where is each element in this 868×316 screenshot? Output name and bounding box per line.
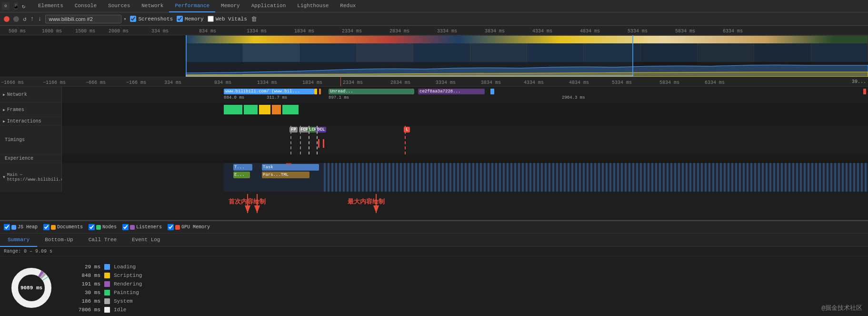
main-expand-arrow[interactable]: ▼: [3, 175, 5, 179]
tab-lighthouse[interactable]: Lighthouse: [291, 0, 334, 12]
dropdown-icon[interactable]: ▾: [123, 16, 126, 22]
overview-area[interactable]: [0, 35, 868, 77]
tab-performance[interactable]: Performance: [169, 0, 215, 12]
flame-parsHTML[interactable]: Pars...TML: [262, 172, 309, 178]
frame-bar-1: [224, 105, 243, 114]
ruler-label-2834: 2834 ms: [389, 29, 409, 34]
drule-5834: 5834 ms: [659, 80, 679, 85]
interactions-track-row: ▶ Interactions: [0, 117, 868, 126]
donut-center-label: 9089 ms: [20, 285, 42, 291]
ruler-label-1834: 1834 ms: [294, 29, 314, 34]
memory-checkbox[interactable]: Memory: [177, 16, 204, 22]
drule-1834: 1834 ms: [302, 80, 322, 85]
screenshots-checkbox[interactable]: Screenshots: [130, 16, 173, 22]
timings-track-row: Timings FP FCP LCP DCL L: [0, 126, 868, 154]
drule-4334: 4334 ms: [524, 80, 544, 85]
frames-track-label[interactable]: ▶ Frames: [0, 103, 62, 117]
drule-2834: 2834 ms: [390, 80, 410, 85]
frames-expand-arrow[interactable]: ▶: [3, 108, 5, 112]
flame-task[interactable]: Task: [262, 164, 319, 171]
frame-bar-5: [282, 105, 299, 114]
network-track-label[interactable]: ▶ Network: [0, 87, 62, 102]
documents-dot: [51, 225, 56, 230]
devtools-logo-icon: ⚙: [2, 2, 10, 10]
tab-call-tree[interactable]: Call Tree: [81, 234, 124, 247]
timings-track-content[interactable]: FP FCP LCP DCL L: [62, 126, 868, 154]
network-bar-end: [863, 89, 866, 94]
clear-button[interactable]: ↺: [23, 15, 27, 23]
network-time3: 897.1 ms: [329, 95, 349, 100]
documents-checkbox[interactable]: Documents: [43, 224, 83, 230]
url-selector[interactable]: ▾: [45, 15, 126, 23]
gpumem-checkbox[interactable]: GPU Memory: [168, 224, 210, 230]
network-track-content[interactable]: www.bilibili.com/ (www.bil... Unread... …: [62, 87, 868, 103]
mobile-icon[interactable]: 📱: [12, 3, 19, 10]
listeners-dot: [130, 225, 135, 230]
upload-button[interactable]: ↑: [30, 15, 34, 22]
ruler-label-5834: 5834 ms: [675, 29, 695, 34]
nodes-checkbox[interactable]: Nodes: [89, 224, 117, 230]
jsheap-dot: [11, 225, 16, 230]
tab-application[interactable]: Application: [246, 0, 292, 12]
svg-rect-2: [324, 163, 868, 192]
drule-5334: 5334 ms: [612, 80, 632, 85]
flame-E[interactable]: E...: [233, 172, 250, 178]
tab-network[interactable]: Network: [136, 0, 169, 12]
listeners-checkbox[interactable]: Listeners: [122, 224, 162, 230]
selection-region[interactable]: [186, 35, 633, 77]
trash-button[interactable]: 🗑: [251, 15, 257, 22]
timing-bar-2: [323, 139, 324, 148]
reload-button[interactable]: [13, 16, 19, 22]
url-input[interactable]: [45, 15, 121, 23]
legend-idle: 7806 ms Idle: [74, 307, 142, 313]
loading-color: [104, 264, 110, 270]
frame-bar-4: [272, 105, 281, 114]
tab-summary[interactable]: Summary: [0, 234, 37, 247]
interactions-track-label[interactable]: ▶ Interactions: [0, 117, 62, 125]
flame-T[interactable]: T...: [233, 164, 252, 171]
tab-sources[interactable]: Sources: [102, 0, 136, 12]
tab-event-log[interactable]: Event Log: [124, 234, 168, 247]
l-line: [405, 126, 406, 154]
webvitals-checkbox[interactable]: Web Vitals: [208, 16, 247, 22]
donut-chart: 9089 ms: [8, 264, 55, 312]
tab-redux[interactable]: Redux: [334, 0, 361, 12]
jsheap-checkbox[interactable]: JS Heap: [4, 224, 38, 230]
frame-bar-3: [259, 105, 271, 114]
tab-memory[interactable]: Memory: [215, 0, 246, 12]
performance-toolbar: ↺ ↑ ↓ ▾ Screenshots Memory Web Vitals 🗑: [0, 12, 868, 26]
experience-track-content[interactable]: [62, 154, 868, 163]
timings-track-label[interactable]: Timings: [0, 126, 62, 154]
scroll-thumb[interactable]: [186, 75, 633, 77]
experience-track-label[interactable]: Experience: [0, 154, 62, 163]
ruler-label-4834: 4834 ms: [580, 29, 600, 34]
ruler-label-334: 334 ms: [151, 29, 169, 34]
tab-console[interactable]: Console: [69, 0, 102, 12]
interactions-expand-arrow[interactable]: ▶: [3, 119, 5, 123]
download-button[interactable]: ↓: [38, 15, 42, 22]
rendering-color: [104, 281, 110, 287]
interactions-track-content[interactable]: [62, 117, 868, 126]
record-button[interactable]: [4, 16, 10, 22]
ruler-label-6334: 6334 ms: [723, 29, 743, 34]
main-track-content[interactable]: T... E... Task Pars...TML 首次绘制: [62, 163, 868, 192]
cursor-icon[interactable]: ↻: [22, 3, 29, 10]
annotation-fcp-label: 首次内容绘制: [229, 197, 266, 206]
drule-n1666: −1666 ms: [1, 80, 24, 85]
tab-elements[interactable]: Elements: [32, 0, 69, 12]
nodes-dot: [96, 225, 101, 230]
legend-painting: 30 ms Painting: [74, 290, 142, 296]
ruler-label-4334: 4334 ms: [532, 29, 552, 34]
bottom-tabs-bar: Summary Bottom-Up Call Tree Event Log: [0, 234, 868, 247]
tab-icons: ⚙ 📱 ↻: [2, 2, 29, 10]
main-track-row: ▼ Main — https://www.bilibili.com/ T... …: [0, 163, 868, 192]
legend-loading: 29 ms Loading: [74, 264, 142, 270]
ruler-label-1334: 1334 ms: [247, 29, 267, 34]
main-track-label[interactable]: ▼ Main — https://www.bilibili.com/: [0, 163, 62, 191]
frames-track-content[interactable]: [62, 103, 868, 117]
network-bar-small2: [319, 89, 321, 94]
network-expand-arrow[interactable]: ▶: [3, 92, 5, 97]
ruler-label-1500: 1500 ms: [75, 29, 95, 34]
fcp-line: [300, 126, 301, 154]
tab-bottom-up[interactable]: Bottom-Up: [37, 234, 80, 247]
